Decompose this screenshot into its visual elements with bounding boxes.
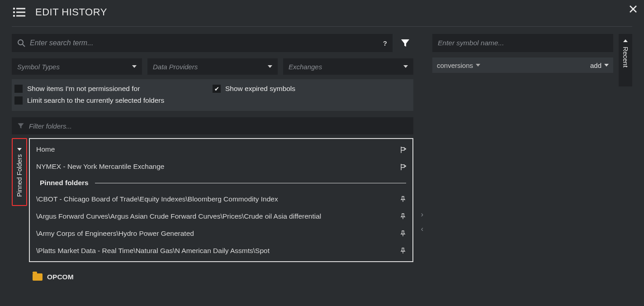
tree-item-opcom[interactable]: OPCOM xyxy=(33,273,413,281)
folder-icon xyxy=(33,273,43,281)
data-providers-dropdown[interactable]: Data Providers xyxy=(147,58,278,75)
conversions-dropdown[interactable]: conversions xyxy=(437,62,480,69)
folder-label: \Argus Forward Curves\Argus Asian Crude … xyxy=(36,212,321,220)
expand-right-icon[interactable]: › xyxy=(421,210,423,219)
search-box: ? xyxy=(12,34,393,52)
tab-label: Pinned Folders xyxy=(16,154,23,197)
recent-label: Recent xyxy=(622,47,629,67)
pin-home-icon[interactable] xyxy=(400,163,406,170)
symbol-types-dropdown[interactable]: Symbol Types xyxy=(12,58,142,75)
add-dropdown[interactable]: add xyxy=(590,62,609,69)
svg-rect-1 xyxy=(16,8,25,10)
checkbox-label: Show expired symbols xyxy=(225,85,295,93)
folder-label: NYMEX - New York Mercantile Exchange xyxy=(36,163,164,171)
symbol-name-input[interactable]: Enter symbol name... xyxy=(432,34,613,52)
caret-icon xyxy=(17,148,22,151)
folder-panel: Home NYMEX - New York Mercantile Exchang… xyxy=(29,138,413,262)
filter-icon xyxy=(17,122,24,129)
pin-home-icon[interactable] xyxy=(400,146,406,153)
exchanges-dropdown[interactable]: Exchanges xyxy=(283,58,413,75)
svg-rect-5 xyxy=(16,15,25,17)
svg-rect-3 xyxy=(16,12,25,13)
chevron-down-icon xyxy=(604,64,609,67)
filter-folders-input[interactable]: Filter folders... xyxy=(12,117,413,134)
recent-tab[interactable]: Recent xyxy=(619,34,632,86)
pinned-folders-tab[interactable]: Pinned Folders xyxy=(12,138,27,206)
header-divider xyxy=(12,26,632,27)
not-permissioned-checkbox[interactable] xyxy=(14,85,23,93)
chevron-down-icon xyxy=(132,65,137,68)
add-label: add xyxy=(590,62,601,69)
svg-point-8 xyxy=(18,40,23,45)
folder-label: \Army Corps of Engineers\Hydro Power Gen… xyxy=(36,230,194,238)
svg-point-2 xyxy=(13,11,15,13)
folder-label: \CBOT - Chicago Board of Trade\Equity In… xyxy=(36,195,278,203)
pinned-folder-item[interactable]: \Argus Forward Curves\Argus Asian Crude … xyxy=(30,208,412,225)
pin-icon[interactable] xyxy=(400,196,406,202)
nav-home[interactable]: Home xyxy=(30,141,412,158)
input-placeholder: Enter symbol name... xyxy=(438,39,504,47)
svg-point-0 xyxy=(13,8,15,10)
folder-label: Home xyxy=(36,145,55,153)
dropdown-label: Data Providers xyxy=(153,63,198,71)
divider-line xyxy=(95,183,406,183)
caret-icon xyxy=(623,39,628,42)
chevron-down-icon xyxy=(268,65,272,68)
collapse-left-icon[interactable]: ‹ xyxy=(421,225,423,233)
filter-toggle-button[interactable] xyxy=(397,34,413,52)
pinned-folder-item[interactable]: \Army Corps of Engineers\Hydro Power Gen… xyxy=(30,225,412,242)
show-expired-checkbox[interactable]: ✔ xyxy=(213,85,221,93)
chevron-down-icon xyxy=(403,65,408,68)
pinned-folders-header: Pinned folders xyxy=(30,175,412,191)
pinned-folder-item[interactable]: \CBOT - Chicago Board of Trade\Equity In… xyxy=(30,191,412,208)
checkbox-label: Limit search to the currently selected f… xyxy=(27,96,164,105)
svg-point-4 xyxy=(13,15,15,17)
tree-item-label: OPCOM xyxy=(47,273,74,281)
nav-nymex[interactable]: NYMEX - New York Mercantile Exchange xyxy=(30,158,412,175)
pinned-folder-item[interactable]: \Platts Market Data - Real Time\Natural … xyxy=(30,242,412,259)
close-icon[interactable] xyxy=(629,5,638,14)
chevron-down-icon xyxy=(476,64,480,67)
pin-icon[interactable] xyxy=(400,248,406,254)
limit-search-checkbox[interactable] xyxy=(14,96,23,105)
menu-icon[interactable] xyxy=(13,7,25,17)
dropdown-label: Symbol Types xyxy=(17,63,60,71)
help-icon[interactable]: ? xyxy=(383,39,387,47)
search-icon xyxy=(17,39,25,47)
subhead-label: Pinned folders xyxy=(40,179,89,187)
folder-label: \Platts Market Data - Real Time\Natural … xyxy=(36,247,270,255)
search-input[interactable] xyxy=(30,39,383,47)
dropdown-label: Exchanges xyxy=(289,63,322,71)
pin-icon[interactable] xyxy=(400,230,406,237)
page-title: EDIT HISTORY xyxy=(35,6,107,18)
conversions-label: conversions xyxy=(437,62,473,69)
svg-line-9 xyxy=(23,44,25,47)
checkbox-label: Show items I'm not permissioned for xyxy=(27,85,140,93)
filter-placeholder: Filter folders... xyxy=(29,122,72,130)
pin-icon[interactable] xyxy=(400,213,406,220)
